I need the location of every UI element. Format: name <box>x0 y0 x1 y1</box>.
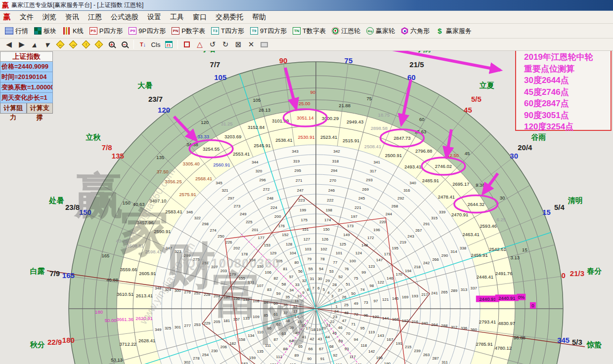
svg-text:205: 205 <box>214 320 220 324</box>
main-toolbar: 行情板块K线PSP四方形P99P四方形PNP数字表T3T四方形T99T四方形TN… <box>0 24 613 39</box>
svg-text:200: 200 <box>274 214 281 219</box>
window-titlebar[interactable]: 赢 赢家江恩专业版[赢家服务平台] - [上证指数 江恩轮] <box>0 0 613 11</box>
menu-item-2[interactable]: 资讯 <box>61 11 84 22</box>
menu-item-8[interactable]: 交易委托 <box>211 11 248 22</box>
zoom-out-icon[interactable]: − <box>119 40 131 50</box>
svg-text:179: 179 <box>229 272 236 277</box>
svg-text:91: 91 <box>320 357 325 361</box>
toolbar-button-9[interactable]: 江恩轮 <box>329 25 363 38</box>
toolbar-button-6[interactable]: T3T四方形 <box>208 25 247 38</box>
svg-text:177: 177 <box>258 236 265 240</box>
diamond-down-icon[interactable]: ↓ <box>93 40 105 50</box>
menu-item-0[interactable]: 文件 <box>15 11 38 22</box>
resize-icon[interactable]: ✕ <box>245 40 257 50</box>
outer-price-ring-label: 3152.84 <box>248 124 264 130</box>
inner-price-ring-label: 2493.41 <box>404 164 421 169</box>
toolbar-button-label: P四方形 <box>99 27 123 36</box>
svg-text:227: 227 <box>211 265 218 269</box>
svg-text:60: 60 <box>273 301 278 306</box>
svg-text:61: 61 <box>273 312 278 317</box>
toolbar-button-7[interactable]: T99T四方形 <box>247 25 290 38</box>
svg-text:338: 338 <box>460 246 467 250</box>
svg-text:56: 56 <box>298 269 303 274</box>
svg-text:194: 194 <box>405 269 412 273</box>
svg-text:76: 76 <box>345 267 349 271</box>
outer-price-ring-label: 3356.25 <box>165 179 181 184</box>
diamond-right-icon[interactable]: → <box>67 40 79 50</box>
screen-icon[interactable] <box>258 40 270 50</box>
toolbar-button-2[interactable]: K线 <box>59 25 87 38</box>
outer-price-ring-label: 2695.17 <box>452 181 469 187</box>
menu-bar: 赢 文件浏览资讯江恩公式选股设置工具窗口交易委托帮助 <box>0 11 613 24</box>
menu-item-6[interactable]: 工具 <box>166 11 188 22</box>
menu-item-7[interactable]: 窗口 <box>188 11 211 22</box>
svg-text:106: 106 <box>265 270 272 275</box>
toolbar-button-1[interactable]: 板块 <box>31 25 59 38</box>
svg-text:102: 102 <box>320 247 327 251</box>
date-labels-label: 21/3 <box>570 269 584 278</box>
svg-text:13: 13 <box>293 309 298 314</box>
solar-term-labels-label: 惊蛰 <box>586 340 602 349</box>
svg-text:265: 265 <box>441 290 448 294</box>
calc-support-button[interactable]: 计算支撑 <box>27 103 53 114</box>
menu-item-5[interactable]: 设置 <box>143 11 166 22</box>
rotate-cw-icon[interactable]: ↻ <box>219 40 231 50</box>
toolbar-separator <box>133 40 134 49</box>
triangle-tool-icon[interactable]: △ <box>194 40 206 50</box>
svg-text:48: 48 <box>344 311 349 315</box>
svg-text:134: 134 <box>248 333 255 338</box>
cls-button[interactable]: Cls <box>150 40 162 50</box>
toolbar-button-3[interactable]: PSP四方形 <box>87 25 126 38</box>
svg-text:292: 292 <box>397 196 404 201</box>
svg-text:190: 190 <box>384 362 391 364</box>
up-arrow-icon[interactable]: ▲ <box>29 40 41 50</box>
menu-item-4[interactable]: 公式选股 <box>106 11 143 22</box>
price-axis-icon[interactable]: T↓ <box>137 40 149 50</box>
diamond-left-icon[interactable]: ← <box>54 40 66 50</box>
toolbar-button-10[interactable]: Big赢家轮 <box>363 25 398 38</box>
down-arrow-icon[interactable]: ▼ <box>42 40 53 50</box>
svg-text:287: 287 <box>432 356 439 361</box>
toolbar-button-11[interactable]: 六角形 <box>398 25 433 38</box>
toolbar-button-0[interactable]: 行情 <box>2 25 31 38</box>
svg-text:241: 241 <box>431 291 438 295</box>
svg-text:14: 14 <box>295 315 299 319</box>
svg-text:77: 77 <box>333 260 338 265</box>
menu-item-9[interactable]: 帮助 <box>248 11 270 22</box>
date-labels-label: 5/5 <box>471 95 482 103</box>
prev-icon[interactable]: ◀ <box>3 40 15 50</box>
outer-degree-labels-label: 60 <box>407 73 416 81</box>
next-icon[interactable]: ▶ <box>16 40 28 50</box>
box-x-icon[interactable]: ⊠ <box>232 40 244 50</box>
svg-text:10: 10 <box>297 294 302 298</box>
svg-text:73: 73 <box>364 300 368 305</box>
zoom-in-icon[interactable]: + <box>106 40 118 50</box>
calendar-icon[interactable]: 21 <box>163 40 175 50</box>
rotate-ccw-icon[interactable]: ↺ <box>207 40 219 50</box>
svg-text:71: 71 <box>351 322 355 326</box>
toolbar-button-4[interactable]: P99P四方形 <box>126 25 169 38</box>
calc-resistance-button[interactable]: 计算阻力 <box>0 103 27 114</box>
diamond-up-icon[interactable]: ↑ <box>80 40 92 50</box>
toolbar-button-8[interactable]: TNT数字表 <box>290 25 329 38</box>
outer-degree-labels-label: 30 <box>510 152 518 160</box>
svg-text:5: 5 <box>323 287 325 292</box>
toolbar-button-label: T四方形 <box>221 27 244 36</box>
svg-text:176: 176 <box>278 224 285 228</box>
menu-item-1[interactable]: 浏览 <box>38 11 61 22</box>
svg-text:55: 55 <box>308 267 313 271</box>
svg-text:252: 252 <box>194 291 201 295</box>
square-tool-icon[interactable] <box>181 40 193 50</box>
toolbar-button-12[interactable]: $赢家服务 <box>433 25 475 38</box>
menu-item-3[interactable]: 江恩 <box>84 11 106 22</box>
svg-text:272: 272 <box>263 187 270 192</box>
svg-text:180: 180 <box>223 295 230 299</box>
toolbar-button-5[interactable]: PNP数字表 <box>169 25 208 38</box>
svg-text:46: 46 <box>338 325 343 330</box>
svg-text:216: 216 <box>412 320 419 324</box>
outer-price-ring-label: 3254.55 <box>203 146 219 152</box>
svg-text:324: 324 <box>165 287 172 292</box>
outer-degree-labels-label: 345 <box>557 336 569 344</box>
svg-text:202: 202 <box>233 246 240 250</box>
svg-text:299: 299 <box>184 253 191 258</box>
